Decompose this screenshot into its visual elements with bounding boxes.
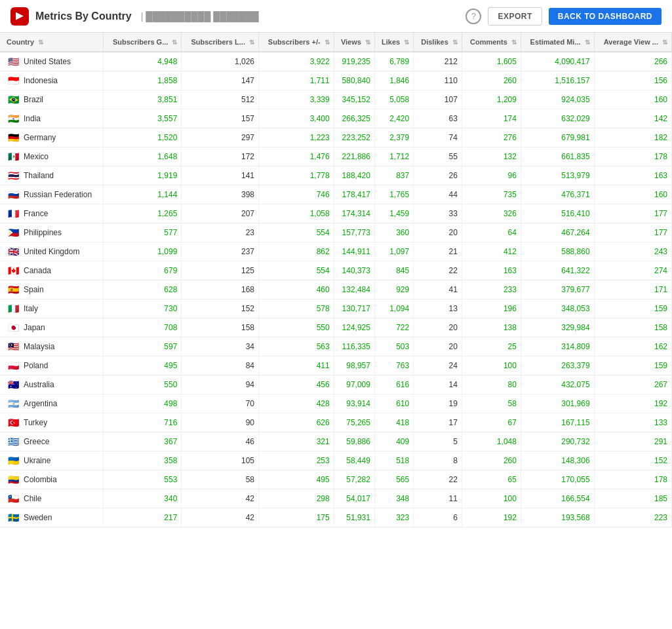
cell-avg_view: 223 xyxy=(594,508,671,527)
cell-subs_gained: 1,520 xyxy=(103,128,182,147)
back-to-dashboard-button[interactable]: BACK TO DASHBOARD xyxy=(549,8,662,25)
cell-subs_gained: 3,557 xyxy=(103,109,182,128)
cell-avg_view: 274 xyxy=(594,261,671,280)
flag-icon: 🇲🇾 xyxy=(7,342,20,351)
flag-icon: 🇦🇺 xyxy=(7,380,20,389)
flag-icon: 🇵🇱 xyxy=(7,361,20,370)
export-button[interactable]: EXPORT xyxy=(488,7,542,26)
cell-dislikes: 17 xyxy=(414,413,462,432)
cell-country: 🇬🇧United Kingdom xyxy=(0,242,103,261)
cell-dislikes: 44 xyxy=(414,185,462,204)
cell-dislikes: 55 xyxy=(414,147,462,166)
cell-views: 580,840 xyxy=(334,71,374,90)
col-subs-lost[interactable]: Subscribers L... ⇅ xyxy=(182,33,259,52)
cell-dislikes: 20 xyxy=(414,223,462,242)
cell-comments: 735 xyxy=(462,185,521,204)
cell-comments: 25 xyxy=(462,337,521,356)
cell-country: 🇮🇹Italy xyxy=(0,299,103,318)
cell-likes: 2,379 xyxy=(374,128,413,147)
cell-avg_view: 177 xyxy=(594,204,671,223)
cell-comments: 326 xyxy=(462,204,521,223)
cell-est_minutes: 263,379 xyxy=(521,356,594,375)
metrics-table: Country ⇅ Subscribers G... ⇅ Subscribers… xyxy=(0,33,672,527)
cell-subs_net: 3,339 xyxy=(259,90,334,109)
col-likes[interactable]: Likes ⇅ xyxy=(374,33,413,52)
table-row: 🇯🇵Japan708158550124,92572220138329,98415… xyxy=(0,318,672,337)
cell-avg_view: 243 xyxy=(594,242,671,261)
country-name: Colombia xyxy=(24,475,57,484)
col-comments[interactable]: Comments ⇅ xyxy=(462,33,521,52)
cell-likes: 360 xyxy=(374,223,413,242)
flag-icon: 🇺🇸 xyxy=(7,57,20,66)
cell-avg_view: 182 xyxy=(594,128,671,147)
cell-views: 188,420 xyxy=(334,166,374,185)
country-name: Poland xyxy=(24,361,48,370)
cell-avg_view: 163 xyxy=(594,166,671,185)
sort-icon-likes: ⇅ xyxy=(404,39,409,46)
table-row: 🇫🇷France1,2652071,058174,3141,4593332651… xyxy=(0,204,672,223)
cell-views: 124,925 xyxy=(334,318,374,337)
col-subs-net[interactable]: Subscribers +/- ⇅ xyxy=(259,33,334,52)
table-header-row: Country ⇅ Subscribers G... ⇅ Subscribers… xyxy=(0,33,672,52)
cell-country: 🇯🇵Japan xyxy=(0,318,103,337)
col-views[interactable]: Views ⇅ xyxy=(334,33,374,52)
cell-likes: 610 xyxy=(374,394,413,413)
cell-avg_view: 142 xyxy=(594,109,671,128)
cell-views: 223,252 xyxy=(334,128,374,147)
country-name: France xyxy=(24,209,48,218)
cell-avg_view: 160 xyxy=(594,185,671,204)
flag-icon: 🇵🇭 xyxy=(7,228,20,237)
cell-est_minutes: 432,075 xyxy=(521,375,594,394)
cell-subs_lost: 58 xyxy=(182,470,259,489)
cell-likes: 503 xyxy=(374,337,413,356)
cell-est_minutes: 632,029 xyxy=(521,109,594,128)
cell-subs_net: 253 xyxy=(259,451,334,470)
col-est-minutes[interactable]: Estimated Mi... ⇅ xyxy=(521,33,594,52)
cell-subs_net: 175 xyxy=(259,508,334,527)
app-logo xyxy=(10,7,29,26)
channel-name: | ██████████ ███████ xyxy=(141,11,259,22)
flag-icon: 🇯🇵 xyxy=(7,323,20,332)
cell-subs_lost: 141 xyxy=(182,166,259,185)
cell-subs_gained: 597 xyxy=(103,337,182,356)
flag-icon: 🇦🇷 xyxy=(7,399,20,408)
cell-likes: 1,094 xyxy=(374,299,413,318)
cell-likes: 616 xyxy=(374,375,413,394)
cell-subs_gained: 340 xyxy=(103,489,182,508)
cell-subs_gained: 1,099 xyxy=(103,242,182,261)
table-row: 🇮🇩Indonesia1,8581471,711580,8401,8461102… xyxy=(0,71,672,90)
country-name: Japan xyxy=(24,323,45,332)
country-name: Russian Federation xyxy=(24,190,92,199)
country-name: Chile xyxy=(24,494,41,503)
table-row: 🇹🇭Thailand1,9191411,778188,4208372696513… xyxy=(0,166,672,185)
cell-comments: 64 xyxy=(462,223,521,242)
cell-likes: 2,420 xyxy=(374,109,413,128)
cell-views: 157,773 xyxy=(334,223,374,242)
cell-dislikes: 22 xyxy=(414,470,462,489)
cell-comments: 1,209 xyxy=(462,90,521,109)
cell-likes: 1,097 xyxy=(374,242,413,261)
cell-likes: 5,058 xyxy=(374,90,413,109)
col-avg-view[interactable]: Average View ... ⇅ xyxy=(594,33,671,52)
col-dislikes[interactable]: Dislikes ⇅ xyxy=(414,33,462,52)
col-subs-gained[interactable]: Subscribers G... ⇅ xyxy=(103,33,182,52)
cell-subs_net: 746 xyxy=(259,185,334,204)
col-country[interactable]: Country ⇅ xyxy=(0,33,103,52)
cell-subs_lost: 23 xyxy=(182,223,259,242)
flag-icon: 🇬🇷 xyxy=(7,437,20,446)
metrics-table-container: Country ⇅ Subscribers G... ⇅ Subscribers… xyxy=(0,33,672,527)
cell-avg_view: 162 xyxy=(594,337,671,356)
table-row: 🇩🇪Germany1,5202971,223223,2522,379742766… xyxy=(0,128,672,147)
cell-subs_gained: 4,948 xyxy=(103,52,182,71)
cell-subs_gained: 1,265 xyxy=(103,204,182,223)
cell-comments: 412 xyxy=(462,242,521,261)
table-row: 🇵🇱Poland4958441198,95776324100263,379159 xyxy=(0,356,672,375)
cell-subs_lost: 172 xyxy=(182,147,259,166)
sort-icon-avg-view: ⇅ xyxy=(662,39,667,46)
cell-views: 144,911 xyxy=(334,242,374,261)
cell-views: 132,484 xyxy=(334,280,374,299)
flag-icon: 🇨🇦 xyxy=(7,266,20,275)
help-button[interactable]: ? xyxy=(465,9,481,24)
cell-est_minutes: 661,835 xyxy=(521,147,594,166)
cell-subs_gained: 628 xyxy=(103,280,182,299)
